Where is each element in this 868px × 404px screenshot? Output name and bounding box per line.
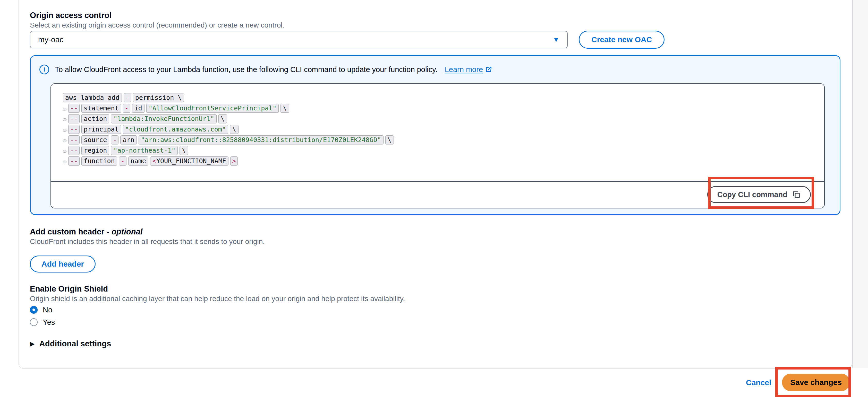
cli-token: region bbox=[82, 146, 109, 155]
external-link-icon bbox=[485, 66, 492, 73]
learn-more-label: Learn more bbox=[445, 65, 483, 74]
cli-token: -- bbox=[68, 114, 80, 123]
radio-label: No bbox=[43, 306, 52, 314]
cli-command-box: aws lambda add-permission \--statement-i… bbox=[51, 83, 825, 208]
cli-command-text: aws lambda add-permission \--statement-i… bbox=[51, 84, 824, 181]
cli-token: \ bbox=[280, 104, 289, 113]
scrollbar-rail[interactable] bbox=[852, 0, 868, 368]
custom-header-optional: - optional bbox=[106, 227, 143, 236]
info-icon: i bbox=[39, 65, 49, 74]
cli-token: -- bbox=[68, 104, 80, 113]
cli-token: \ bbox=[230, 125, 239, 134]
cli-token: aws lambda add bbox=[63, 93, 122, 102]
cli-token bbox=[63, 139, 66, 142]
cli-token: "arn:aws:cloudfront::825880940331:distri… bbox=[138, 135, 383, 144]
origin-shield-title: Enable Origin Shield bbox=[30, 284, 108, 294]
radio-option-yes[interactable]: Yes bbox=[30, 316, 55, 328]
origin-shield-description: Origin shield is an additional caching l… bbox=[30, 295, 405, 303]
cli-token: action bbox=[82, 114, 109, 123]
cli-token: "ap-northeast-1" bbox=[111, 146, 178, 155]
cli-token: id bbox=[132, 104, 145, 113]
cli-line: --function-name<YOUR_FUNCTION_NAME> bbox=[63, 157, 824, 167]
learn-more-link[interactable]: Learn more bbox=[445, 65, 492, 74]
create-new-oac-button[interactable]: Create new OAC bbox=[579, 31, 664, 48]
additional-settings-expander[interactable]: ▶ Additional settings bbox=[30, 339, 111, 348]
expand-triangle-icon: ▶ bbox=[30, 340, 34, 347]
radio-selected-icon[interactable] bbox=[30, 306, 38, 314]
radio-label: Yes bbox=[43, 318, 55, 327]
cli-command-footer: Copy CLI command bbox=[51, 181, 824, 207]
cli-token: principal bbox=[82, 125, 121, 134]
custom-header-title-text: Add custom header bbox=[30, 227, 106, 236]
copy-cli-command-button[interactable]: Copy CLI command bbox=[707, 186, 811, 203]
copy-icon bbox=[792, 190, 801, 199]
cli-token: - bbox=[119, 157, 126, 165]
cli-token: - bbox=[123, 104, 130, 113]
cli-token: <YOUR_FUNCTION_NAME bbox=[150, 157, 228, 165]
oac-section-title: Origin access control bbox=[30, 11, 112, 20]
cli-token: - bbox=[124, 93, 131, 102]
cli-token: -- bbox=[68, 135, 80, 144]
cli-token bbox=[63, 161, 66, 163]
origin-shield-options: NoYes bbox=[30, 304, 55, 328]
cli-line: --principal"cloudfront.amazonaws.com"\ bbox=[63, 125, 824, 135]
cli-token bbox=[63, 108, 66, 110]
cli-token bbox=[63, 150, 66, 153]
cli-token: name bbox=[128, 157, 148, 165]
cli-token bbox=[63, 119, 66, 121]
page: Origin access control Select an existing… bbox=[0, 0, 868, 404]
radio-option-no[interactable]: No bbox=[30, 304, 55, 316]
alert-text: To allow CloudFront access to your Lambd… bbox=[55, 65, 438, 74]
add-header-button[interactable]: Add header bbox=[30, 256, 96, 272]
cli-token: - bbox=[111, 135, 119, 144]
cli-token: "lambda:InvokeFunctionUrl" bbox=[111, 114, 216, 123]
save-changes-button[interactable]: Save changes bbox=[782, 374, 850, 391]
cli-token: "AllowCloudFrontServicePrincipal" bbox=[146, 104, 279, 113]
cli-token: > bbox=[230, 157, 238, 165]
cli-token: permission \ bbox=[133, 93, 184, 102]
cli-line: --source-arn"arn:aws:cloudfront::8258809… bbox=[63, 135, 824, 146]
cli-token: \ bbox=[218, 114, 227, 123]
cli-token bbox=[63, 129, 66, 132]
cli-line: --statement-id"AllowCloudFrontServicePri… bbox=[63, 104, 824, 114]
cli-token: -- bbox=[68, 125, 80, 134]
cli-token: \ bbox=[180, 146, 188, 155]
copy-cli-command-label: Copy CLI command bbox=[717, 191, 787, 199]
cli-token: -- bbox=[68, 157, 80, 165]
cli-token: function bbox=[82, 157, 117, 165]
radio-unselected-icon[interactable] bbox=[30, 318, 38, 326]
cli-token: \ bbox=[385, 135, 394, 144]
cli-line: --action"lambda:InvokeFunctionUrl"\ bbox=[63, 114, 824, 125]
oac-select-value: my-oac bbox=[38, 35, 63, 44]
cli-token: arn bbox=[120, 135, 136, 144]
origin-settings-card: Origin access control Select an existing… bbox=[19, 0, 852, 369]
oac-section-description: Select an existing origin access control… bbox=[30, 21, 284, 29]
cli-token: -- bbox=[68, 146, 80, 155]
chevron-down-icon: ▼ bbox=[553, 36, 559, 44]
cancel-button[interactable]: Cancel bbox=[746, 378, 771, 387]
cli-info-alert: i To allow CloudFront access to your Lam… bbox=[30, 55, 840, 215]
custom-header-title: Add custom header - optional bbox=[30, 227, 143, 236]
cli-token: statement bbox=[82, 104, 121, 113]
additional-settings-label: Additional settings bbox=[39, 339, 111, 348]
cli-line: --region"ap-northeast-1"\ bbox=[63, 146, 824, 157]
custom-header-description: CloudFront includes this header in all r… bbox=[30, 237, 265, 246]
oac-select[interactable]: my-oac ▼ bbox=[30, 31, 568, 48]
cli-token: "cloudfront.amazonaws.com" bbox=[123, 125, 228, 134]
cli-token: source bbox=[82, 135, 109, 144]
cli-line: aws lambda add-permission \ bbox=[63, 93, 824, 104]
